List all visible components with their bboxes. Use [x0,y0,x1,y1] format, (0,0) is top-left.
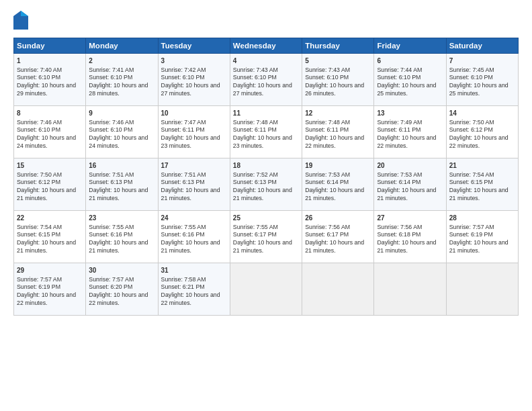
daylight-hours: Daylight: 10 hours and 22 minutes. [305,134,364,149]
sunset-time: Sunset: 6:17 PM [233,231,277,238]
day-header-sunday: Sunday [14,38,86,54]
calendar-cell: 29Sunrise: 7:57 AMSunset: 6:19 PMDayligh… [14,263,86,316]
calendar-cell: 12Sunrise: 7:48 AMSunset: 6:11 PMDayligh… [302,106,374,158]
daylight-hours: Daylight: 10 hours and 24 minutes. [17,134,76,149]
calendar-cell: 21Sunrise: 7:54 AMSunset: 6:15 PMDayligh… [446,158,518,211]
calendar-cell: 3Sunrise: 7:42 AMSunset: 6:10 PMDaylight… [158,54,230,106]
day-number: 1 [17,56,83,66]
calendar-cell: 4Sunrise: 7:43 AMSunset: 6:10 PMDaylight… [230,54,302,106]
day-number: 3 [161,56,227,66]
day-number: 21 [449,161,515,171]
daylight-hours: Daylight: 10 hours and 28 minutes. [89,82,148,97]
daylight-hours: Daylight: 10 hours and 21 minutes. [161,187,220,201]
sunset-time: Sunset: 6:10 PM [89,126,132,133]
calendar-cell [446,263,518,316]
sunrise-time: Sunrise: 7:44 AM [377,66,422,73]
day-number: 26 [305,214,371,223]
daylight-hours: Daylight: 10 hours and 21 minutes. [305,187,364,201]
sunrise-time: Sunrise: 7:43 AM [233,66,278,73]
sunset-time: Sunset: 6:13 PM [89,179,132,185]
sunrise-time: Sunrise: 7:51 AM [89,171,134,178]
calendar-cell: 27Sunrise: 7:56 AMSunset: 6:18 PMDayligh… [374,211,446,263]
calendar-page: SundayMondayTuesdayWednesdayThursdayFrid… [0,0,532,411]
daylight-hours: Daylight: 10 hours and 26 minutes. [305,82,364,97]
daylight-hours: Daylight: 10 hours and 21 minutes. [377,187,436,201]
sunrise-time: Sunrise: 7:55 AM [161,224,206,230]
sunrise-time: Sunrise: 7:56 AM [377,224,422,230]
day-number: 20 [377,161,443,171]
sunset-time: Sunset: 6:19 PM [17,283,60,290]
day-number: 13 [377,109,443,118]
days-header-row: SundayMondayTuesdayWednesdayThursdayFrid… [14,38,519,54]
week-row-4: 22Sunrise: 7:54 AMSunset: 6:15 PMDayligh… [14,211,519,263]
sunset-time: Sunset: 6:10 PM [89,74,132,81]
sunset-time: Sunset: 6:12 PM [449,126,493,133]
daylight-hours: Daylight: 10 hours and 21 minutes. [449,187,508,201]
sunrise-time: Sunrise: 7:57 AM [89,276,134,283]
week-row-3: 15Sunrise: 7:50 AMSunset: 6:12 PMDayligh… [14,158,519,211]
sunrise-time: Sunrise: 7:48 AM [233,119,278,126]
daylight-hours: Daylight: 10 hours and 22 minutes. [89,291,148,306]
sunset-time: Sunset: 6:18 PM [377,231,420,238]
calendar-cell: 19Sunrise: 7:53 AMSunset: 6:14 PMDayligh… [302,158,374,211]
day-number: 16 [89,161,154,171]
sunrise-time: Sunrise: 7:40 AM [17,66,62,73]
day-number: 29 [17,266,83,275]
sunrise-time: Sunrise: 7:54 AM [449,171,494,178]
sunrise-time: Sunrise: 7:46 AM [17,119,62,126]
calendar-cell: 18Sunrise: 7:52 AMSunset: 6:13 PMDayligh… [230,158,302,211]
calendar-cell: 2Sunrise: 7:41 AMSunset: 6:10 PMDaylight… [86,54,158,106]
calendar-cell: 17Sunrise: 7:51 AMSunset: 6:13 PMDayligh… [158,158,230,211]
daylight-hours: Daylight: 10 hours and 21 minutes. [89,187,148,201]
sunset-time: Sunset: 6:10 PM [305,74,349,81]
day-number: 10 [161,109,227,118]
day-number: 12 [305,109,371,118]
day-number: 11 [233,109,299,118]
sunset-time: Sunset: 6:11 PM [233,126,277,133]
day-number: 18 [233,161,299,171]
day-number: 23 [89,214,154,223]
daylight-hours: Daylight: 10 hours and 21 minutes. [17,239,76,254]
svg-marker-1 [21,11,28,16]
day-number: 8 [17,109,83,118]
sunset-time: Sunset: 6:20 PM [89,283,132,290]
calendar-cell: 1Sunrise: 7:40 AMSunset: 6:10 PMDaylight… [14,54,86,106]
sunset-time: Sunset: 6:13 PM [233,179,277,185]
day-number: 4 [233,56,299,66]
daylight-hours: Daylight: 10 hours and 21 minutes. [377,239,436,254]
daylight-hours: Daylight: 10 hours and 21 minutes. [17,187,76,201]
calendar-cell: 9Sunrise: 7:46 AMSunset: 6:10 PMDaylight… [86,106,158,158]
day-number: 25 [233,214,299,223]
sunset-time: Sunset: 6:11 PM [161,126,205,133]
header [13,11,519,32]
sunrise-time: Sunrise: 7:57 AM [449,224,494,230]
sunrise-time: Sunrise: 7:49 AM [377,119,422,126]
calendar-cell: 20Sunrise: 7:53 AMSunset: 6:14 PMDayligh… [374,158,446,211]
sunrise-time: Sunrise: 7:51 AM [161,171,206,178]
sunrise-time: Sunrise: 7:47 AM [161,119,206,126]
calendar-cell: 31Sunrise: 7:58 AMSunset: 6:21 PMDayligh… [158,263,230,316]
daylight-hours: Daylight: 10 hours and 25 minutes. [377,82,436,97]
day-number: 5 [305,56,371,66]
calendar-cell: 16Sunrise: 7:51 AMSunset: 6:13 PMDayligh… [86,158,158,211]
day-number: 19 [305,161,371,171]
calendar-cell [230,263,302,316]
daylight-hours: Daylight: 10 hours and 22 minutes. [377,134,436,149]
sunset-time: Sunset: 6:16 PM [161,231,205,238]
calendar-cell: 13Sunrise: 7:49 AMSunset: 6:11 PMDayligh… [374,106,446,158]
day-header-monday: Monday [86,38,158,54]
calendar-cell: 8Sunrise: 7:46 AMSunset: 6:10 PMDaylight… [14,106,86,158]
daylight-hours: Daylight: 10 hours and 21 minutes. [89,239,148,254]
daylight-hours: Daylight: 10 hours and 25 minutes. [449,82,508,97]
day-number: 17 [161,161,227,171]
day-number: 27 [377,214,443,223]
calendar-cell: 28Sunrise: 7:57 AMSunset: 6:19 PMDayligh… [446,211,518,263]
sunrise-time: Sunrise: 7:57 AM [17,276,62,283]
daylight-hours: Daylight: 10 hours and 23 minutes. [233,134,292,149]
calendar-cell [374,263,446,316]
sunset-time: Sunset: 6:10 PM [17,74,60,81]
sunset-time: Sunset: 6:14 PM [377,179,420,185]
calendar-cell: 6Sunrise: 7:44 AMSunset: 6:10 PMDaylight… [374,54,446,106]
calendar-table: SundayMondayTuesdayWednesdayThursdayFrid… [13,38,519,316]
sunrise-time: Sunrise: 7:41 AM [89,66,134,73]
